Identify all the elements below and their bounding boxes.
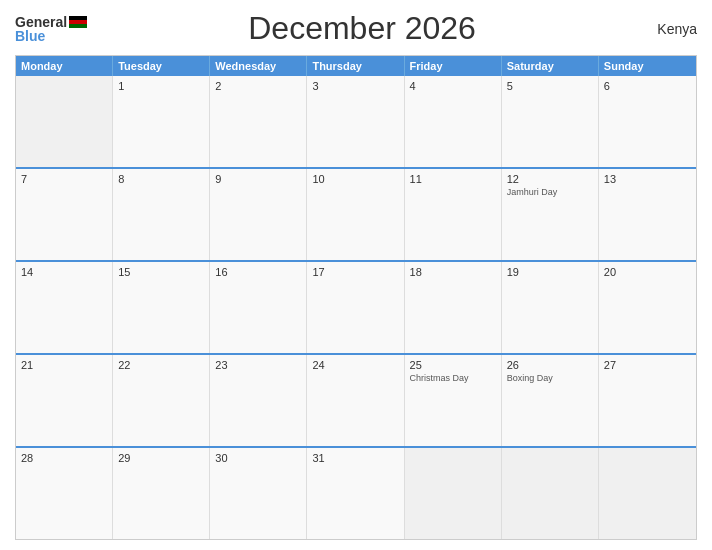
calendar-cell: 27 <box>599 355 696 446</box>
calendar-cell: 19 <box>502 262 599 353</box>
logo: General Blue <box>15 15 87 43</box>
day-number: 28 <box>21 452 107 464</box>
day-number: 21 <box>21 359 107 371</box>
country-label: Kenya <box>637 21 697 37</box>
logo-blue-text: Blue <box>15 29 87 43</box>
week-4: 2122232425Christmas Day26Boxing Day27 <box>16 353 696 446</box>
calendar-cell <box>502 448 599 539</box>
calendar-cell: 31 <box>307 448 404 539</box>
day-number: 7 <box>21 173 107 185</box>
calendar-cell: 30 <box>210 448 307 539</box>
calendar-cell: 11 <box>405 169 502 260</box>
day-number: 30 <box>215 452 301 464</box>
day-number: 12 <box>507 173 593 185</box>
week-2: 789101112Jamhuri Day13 <box>16 167 696 260</box>
calendar-cell: 25Christmas Day <box>405 355 502 446</box>
calendar-cell: 18 <box>405 262 502 353</box>
day-number: 22 <box>118 359 204 371</box>
calendar-cell: 3 <box>307 76 404 167</box>
calendar-cell: 23 <box>210 355 307 446</box>
day-number: 6 <box>604 80 691 92</box>
calendar-body: 123456789101112Jamhuri Day13141516171819… <box>16 76 696 539</box>
calendar-cell: 17 <box>307 262 404 353</box>
calendar-cell: 29 <box>113 448 210 539</box>
calendar-title: December 2026 <box>87 10 637 47</box>
header-day-wednesday: Wednesday <box>210 56 307 76</box>
calendar-cell: 7 <box>16 169 113 260</box>
week-3: 14151617181920 <box>16 260 696 353</box>
header-day-thursday: Thursday <box>307 56 404 76</box>
week-5: 28293031 <box>16 446 696 539</box>
day-number: 16 <box>215 266 301 278</box>
header: General Blue December 2026 Kenya <box>15 10 697 47</box>
day-number: 13 <box>604 173 691 185</box>
day-number: 17 <box>312 266 398 278</box>
day-number: 11 <box>410 173 496 185</box>
day-number: 15 <box>118 266 204 278</box>
week-1: 123456 <box>16 76 696 167</box>
calendar-cell <box>405 448 502 539</box>
calendar-cell: 26Boxing Day <box>502 355 599 446</box>
header-day-saturday: Saturday <box>502 56 599 76</box>
calendar-cell: 1 <box>113 76 210 167</box>
day-number: 31 <box>312 452 398 464</box>
day-number: 10 <box>312 173 398 185</box>
calendar-cell: 20 <box>599 262 696 353</box>
calendar-cell <box>599 448 696 539</box>
calendar-cell: 6 <box>599 76 696 167</box>
header-day-friday: Friday <box>405 56 502 76</box>
calendar-header: MondayTuesdayWednesdayThursdayFridaySatu… <box>16 56 696 76</box>
day-number: 18 <box>410 266 496 278</box>
day-number: 23 <box>215 359 301 371</box>
calendar-cell: 13 <box>599 169 696 260</box>
calendar-cell: 22 <box>113 355 210 446</box>
day-number: 26 <box>507 359 593 371</box>
header-day-sunday: Sunday <box>599 56 696 76</box>
day-number: 20 <box>604 266 691 278</box>
day-number: 2 <box>215 80 301 92</box>
holiday-label: Christmas Day <box>410 373 496 384</box>
day-number: 8 <box>118 173 204 185</box>
day-number: 24 <box>312 359 398 371</box>
calendar-cell: 21 <box>16 355 113 446</box>
header-day-monday: Monday <box>16 56 113 76</box>
calendar-cell: 24 <box>307 355 404 446</box>
calendar: MondayTuesdayWednesdayThursdayFridaySatu… <box>15 55 697 540</box>
calendar-cell: 28 <box>16 448 113 539</box>
calendar-cell: 15 <box>113 262 210 353</box>
calendar-cell <box>16 76 113 167</box>
day-number: 4 <box>410 80 496 92</box>
day-number: 1 <box>118 80 204 92</box>
day-number: 3 <box>312 80 398 92</box>
day-number: 5 <box>507 80 593 92</box>
calendar-cell: 12Jamhuri Day <box>502 169 599 260</box>
day-number: 14 <box>21 266 107 278</box>
logo-general-text: General <box>15 15 67 29</box>
day-number: 27 <box>604 359 691 371</box>
calendar-cell: 5 <box>502 76 599 167</box>
holiday-label: Boxing Day <box>507 373 593 384</box>
logo-flag-icon <box>69 16 87 28</box>
day-number: 19 <box>507 266 593 278</box>
day-number: 29 <box>118 452 204 464</box>
calendar-cell: 14 <box>16 262 113 353</box>
header-day-tuesday: Tuesday <box>113 56 210 76</box>
calendar-cell: 16 <box>210 262 307 353</box>
calendar-cell: 10 <box>307 169 404 260</box>
calendar-cell: 9 <box>210 169 307 260</box>
holiday-label: Jamhuri Day <box>507 187 593 198</box>
calendar-cell: 8 <box>113 169 210 260</box>
day-number: 25 <box>410 359 496 371</box>
calendar-cell: 4 <box>405 76 502 167</box>
page: General Blue December 2026 Kenya MondayT… <box>0 0 712 550</box>
calendar-cell: 2 <box>210 76 307 167</box>
day-number: 9 <box>215 173 301 185</box>
